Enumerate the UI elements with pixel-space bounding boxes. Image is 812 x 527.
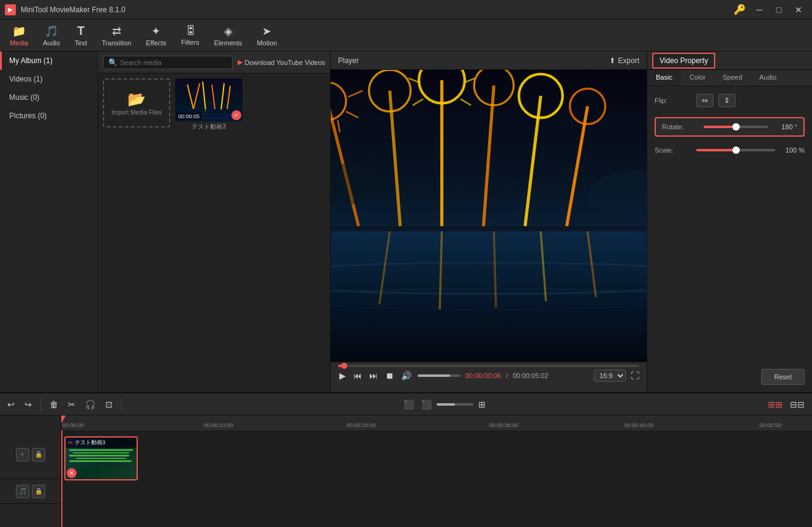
- undo-button[interactable]: ↩: [5, 397, 17, 412]
- toolbar-transition[interactable]: ⇄ Transition: [94, 21, 138, 50]
- clip-remove-button[interactable]: ✕: [67, 468, 77, 478]
- time-separator: /: [506, 372, 508, 379]
- progress-bar[interactable]: [338, 365, 639, 367]
- search-icon: 🔍: [108, 58, 118, 67]
- add-video-track-button[interactable]: +: [16, 448, 29, 461]
- prev-frame-button[interactable]: ⏮: [352, 370, 363, 382]
- search-box[interactable]: 🔍: [103, 56, 233, 69]
- timeline-tracks: ✂ テスト動画3 ✕: [61, 430, 812, 527]
- player-header: Player ⬆ Export: [331, 51, 647, 70]
- clip-header: ✂ テスト動画3: [66, 438, 137, 448]
- search-input[interactable]: [120, 59, 227, 66]
- scale-slider-container: 100 %: [696, 146, 805, 154]
- zoom-slider[interactable]: [437, 403, 473, 406]
- tab-color[interactable]: Color: [681, 70, 714, 86]
- toolbar-elements[interactable]: ◈ Elements: [207, 21, 250, 50]
- audio-detach-button[interactable]: 🎧: [83, 397, 98, 412]
- toolbar-media[interactable]: 📁 Media: [2, 21, 36, 50]
- waveform-3: [69, 455, 130, 457]
- playhead[interactable]: [61, 430, 62, 527]
- timeline-toolbar: ↩ ↪ 🗑 ✂ 🎧 ⊡ ⬛ ⬛ ⊞ ⊞⊞ ⊟⊟: [0, 393, 812, 415]
- media-toolbar: 🔍 ▶ Download YouTube Videos: [98, 51, 330, 74]
- snap-button[interactable]: ⊞⊞: [765, 397, 785, 412]
- export-button[interactable]: ⬆ Export: [609, 56, 639, 65]
- scale-thumb[interactable]: [732, 146, 740, 154]
- ruler-mark-30: 00:00:30:00: [489, 422, 519, 428]
- crop-button[interactable]: ⊡: [103, 397, 115, 412]
- toolbar-text[interactable]: T Text: [67, 21, 94, 50]
- ruler-mark-40: 00:00:40:00: [625, 422, 654, 428]
- toolbar-effects[interactable]: ✦ Effects: [138, 21, 173, 50]
- left-panel: My Album (1) Videos (1) Music (0) Pictur…: [0, 51, 98, 392]
- ruler-spacer: [0, 415, 61, 430]
- aspect-ratio-select[interactable]: 16:9 4:3 1:1 9:16: [594, 370, 626, 382]
- tab-speed[interactable]: Speed: [714, 70, 751, 86]
- app-title: MiniTool MovieMaker Free 8.1.0: [21, 6, 729, 14]
- cut-button[interactable]: ✂: [66, 397, 78, 412]
- video-track-header: + 🔒: [0, 430, 61, 479]
- volume-slider[interactable]: [418, 374, 461, 377]
- zoom-controls: ⬛ ⬛ ⊞: [401, 397, 488, 412]
- scale-row: Scale: 100 %: [655, 146, 805, 154]
- tab-audio[interactable]: Audio: [751, 70, 785, 86]
- effects-label: Effects: [146, 39, 166, 47]
- video-property-panel: Video Property Basic Color Speed Audio F…: [647, 51, 812, 392]
- svg-rect-10: [331, 226, 647, 232]
- next-frame-button[interactable]: ⏭: [368, 370, 379, 382]
- delete-button[interactable]: 🗑: [47, 397, 61, 412]
- import-media-button[interactable]: 📂 Import Media Files: [103, 78, 170, 127]
- player-controls: ▶ ⏮ ⏭ ⏹ 🔊 00:00:00:06 / 00:00:05:02 16:9…: [331, 362, 647, 392]
- flip-vertical-button[interactable]: ⇕: [718, 94, 735, 107]
- stop-button[interactable]: ⏹: [384, 370, 395, 382]
- timeline-right-controls: ⊞⊞ ⊟⊟: [765, 397, 807, 412]
- toolbar-filters[interactable]: 🎛 Filters: [174, 21, 207, 50]
- add-audio-track-button[interactable]: 🎵: [16, 485, 29, 498]
- video-track-row: ✂ テスト動画3 ✕: [64, 436, 138, 485]
- minimize-button[interactable]: ─: [751, 3, 768, 17]
- rotate-row: Rotate: 180 °: [662, 123, 797, 131]
- reset-button[interactable]: Reset: [761, 369, 805, 385]
- volume-button[interactable]: 🔊: [400, 370, 413, 382]
- sidebar-item-music[interactable]: Music (0): [0, 88, 97, 107]
- play-button[interactable]: ▶: [338, 370, 347, 382]
- media-panel: 🔍 ▶ Download YouTube Videos 📂 Import Med…: [98, 51, 331, 392]
- rotate-label: Rotate:: [662, 123, 699, 131]
- close-button[interactable]: ✕: [790, 3, 807, 17]
- waveform-4: [76, 458, 126, 459]
- video-property-tabs: Basic Color Speed Audio: [647, 70, 812, 86]
- clip-check-icon: ✓: [231, 110, 241, 120]
- elements-icon: ◈: [224, 25, 233, 38]
- lock-video-track-button[interactable]: 🔒: [32, 448, 45, 461]
- clip-thumbnail: 00:00:05 ✓: [175, 78, 242, 121]
- sidebar-item-pictures[interactable]: Pictures (0): [0, 107, 97, 125]
- sidebar-item-videos[interactable]: Videos (1): [0, 70, 97, 88]
- rotate-section: Rotate: 180 °: [655, 117, 805, 137]
- motion-icon: ➤: [262, 25, 271, 38]
- tab-basic[interactable]: Basic: [647, 70, 681, 86]
- toolbar-audio[interactable]: 🎵 Audio: [36, 21, 67, 50]
- sidebar-item-myalbum[interactable]: My Album (1): [0, 51, 97, 70]
- lock-audio-track-button[interactable]: 🔒: [32, 485, 45, 498]
- magnetic-button[interactable]: ⊟⊟: [788, 397, 807, 412]
- toolbar-motion[interactable]: ➤ Motion: [249, 21, 284, 50]
- rotate-thumb[interactable]: [732, 123, 740, 131]
- progress-thumb[interactable]: [341, 363, 347, 369]
- titlebar: ▶ MiniTool MovieMaker Free 8.1.0 🔑 ─ □ ✕: [0, 0, 812, 20]
- clip-scissors-icon: ✂: [68, 439, 73, 446]
- redo-button[interactable]: ↪: [22, 397, 34, 412]
- zoom-fit-button[interactable]: ⊞: [476, 397, 488, 412]
- scale-slider[interactable]: [696, 149, 775, 151]
- zoom-in-button[interactable]: ⬛: [401, 397, 416, 412]
- maximize-button[interactable]: □: [770, 3, 788, 17]
- youtube-download-button[interactable]: ▶ Download YouTube Videos: [238, 58, 326, 66]
- fullscreen-button[interactable]: ⛶: [631, 371, 639, 381]
- video-clip[interactable]: ✂ テスト動画3 ✕: [64, 436, 138, 480]
- audio-label: Audio: [43, 39, 60, 47]
- zoom-out-button[interactable]: ⬛: [419, 397, 434, 412]
- flip-horizontal-button[interactable]: ⇔: [696, 94, 713, 107]
- rotate-slider[interactable]: [704, 126, 768, 128]
- toolbar-separator-2: [121, 398, 122, 411]
- zoom-fill: [437, 403, 455, 406]
- media-clip-item[interactable]: 00:00:05 ✓ テスト動画3: [175, 78, 242, 131]
- timeline-content: + 🔒 🎵 🔒 00:00:00 00:00:10:00 00:00:20:00…: [0, 415, 812, 527]
